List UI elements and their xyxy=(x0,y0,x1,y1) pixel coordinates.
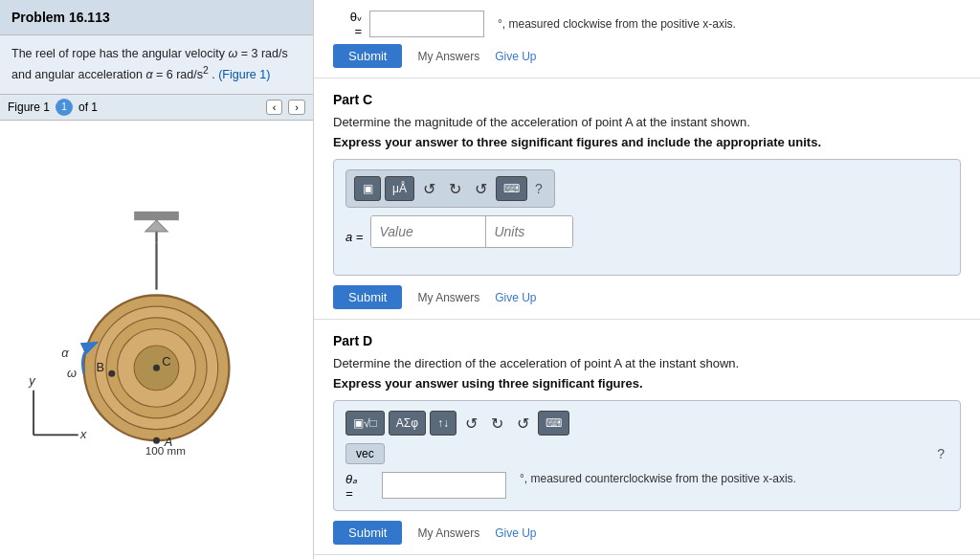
part-d-redo-btn[interactable]: ↻ xyxy=(486,413,508,435)
part-b-input[interactable] xyxy=(369,11,484,37)
part-c-description: Determine the magnitude of the accelerat… xyxy=(333,115,961,129)
part-c-instruction: Express your answer to three significant… xyxy=(333,135,961,149)
part-c-keyboard-btn[interactable]: ⌨ xyxy=(496,176,527,201)
omega-label: ω xyxy=(67,365,77,379)
part-d-toolbar-arrows-btn[interactable]: ↑↓ xyxy=(430,411,457,436)
problem-title-text: Problem 16.113 xyxy=(11,10,110,25)
part-d-instruction: Express your answer using three signific… xyxy=(333,376,961,391)
x-label: x xyxy=(79,427,87,441)
part-c-section: Part C Determine the magnitude of the ac… xyxy=(314,78,980,320)
figure-of-text: of 1 xyxy=(78,101,98,114)
alpha-label: α xyxy=(61,345,69,359)
part-c-var-label: a = xyxy=(345,230,363,244)
figure-canvas: C B α ω A 100 mm xyxy=(0,121,313,559)
figure-link[interactable]: (Figure 1) xyxy=(218,68,270,81)
part-d-reset-btn[interactable]: ↺ xyxy=(512,413,534,435)
figure-counter-badge: 1 xyxy=(56,99,73,116)
part-c-toolbar: ▣ μÅ ↺ ↻ ↺ ⌨ ? xyxy=(345,169,555,208)
dimension-label: 100 mm xyxy=(145,444,186,457)
part-d-submit-button[interactable]: Submit xyxy=(333,521,402,545)
part-c-reset-btn[interactable]: ↺ xyxy=(470,178,492,200)
pulley-triangle xyxy=(145,220,167,232)
part-c-submit-button[interactable]: Submit xyxy=(333,285,402,309)
problem-title: Problem 16.113 xyxy=(0,0,313,35)
part-d-toolbar-sqrt-btn[interactable]: ▣√□ xyxy=(345,411,385,436)
ceiling-rect xyxy=(134,212,179,220)
part-d-vec-row: vec ? xyxy=(345,443,948,464)
part-d-toolbar-sigma-btn[interactable]: ΑΣφ xyxy=(389,411,426,436)
part-c-value-units-container xyxy=(370,215,573,248)
problem-description: The reel of rope has the angular velocit… xyxy=(0,35,313,94)
part-c-value-input[interactable] xyxy=(371,216,486,247)
part-c-toolbar-mu-btn[interactable]: μÅ xyxy=(385,176,414,201)
part-d-title: Part D xyxy=(333,333,961,348)
part-d-my-answers: My Answers xyxy=(417,526,479,540)
figure-svg: C B α ω A 100 mm xyxy=(0,121,313,559)
part-d-keyboard-btn[interactable]: ⌨ xyxy=(538,411,569,436)
part-b-submit-button[interactable]: Submit xyxy=(333,44,402,68)
part-c-submit-row: Submit My Answers Give Up xyxy=(333,285,961,309)
part-d-toolbar: ▣√□ ΑΣφ ↑↓ ↺ ↻ ↺ ⌨ xyxy=(345,411,948,436)
part-c-units-input[interactable] xyxy=(486,216,572,247)
part-d-input[interactable] xyxy=(382,472,506,499)
footer: Provide Feedback Continue xyxy=(314,555,980,559)
part-d-undo-btn[interactable]: ↺ xyxy=(460,413,482,435)
part-b-my-answers: My Answers xyxy=(417,50,479,63)
part-d-input-area: ▣√□ ΑΣφ ↑↓ ↺ ↻ ↺ ⌨ vec ? θₐ= °, measured… xyxy=(333,400,961,511)
part-c-input-area: ▣ μÅ ↺ ↻ ↺ ⌨ ? a = xyxy=(333,159,961,276)
part-d-var-label: θₐ= xyxy=(345,472,374,501)
part-c-my-answers: My Answers xyxy=(417,291,479,304)
part-c-undo-btn[interactable]: ↺ xyxy=(418,178,440,200)
part-b-give-up-link[interactable]: Give Up xyxy=(495,50,536,63)
y-label: y xyxy=(28,373,36,388)
point-b-label: B xyxy=(96,360,104,374)
description-line1: The reel of rope has the angular velocit… xyxy=(11,47,288,60)
part-d-give-up-link[interactable]: Give Up xyxy=(495,526,536,540)
center-label: C xyxy=(162,354,170,369)
part-d-vec-button[interactable]: vec xyxy=(345,443,385,464)
part-c-give-up-link[interactable]: Give Up xyxy=(495,291,536,304)
part-b-submit-row: Submit My Answers Give Up xyxy=(333,44,961,68)
center-dot xyxy=(153,365,160,371)
part-c-toolbar-grid-btn[interactable]: ▣ xyxy=(354,176,381,201)
figure-next-button[interactable]: › xyxy=(288,100,305,115)
figure-label: Figure 1 xyxy=(8,101,50,114)
part-b-answer-row: θᵥ= °, measured clockwise from the posit… xyxy=(333,10,961,38)
description-line2: and angular acceleration α = 6 rad/s2 . … xyxy=(11,68,270,81)
right-panel: θᵥ= °, measured clockwise from the posit… xyxy=(314,0,980,559)
part-d-description: Determine the direction of the accelerat… xyxy=(333,356,961,370)
part-d-submit-row: Submit My Answers Give Up xyxy=(333,521,961,545)
part-d-suffix: °, measured counterclockwise from the po… xyxy=(520,472,796,485)
figure-header: Figure 1 1 of 1 ‹ › xyxy=(0,95,313,121)
point-a-dot xyxy=(153,436,160,443)
part-c-redo-btn[interactable]: ↻ xyxy=(444,178,466,200)
part-d-answer-row: θₐ= °, measured counterclockwise from th… xyxy=(345,472,948,501)
part-c-help-btn[interactable]: ? xyxy=(531,179,546,198)
part-b-var-label: θᵥ= xyxy=(333,10,362,38)
left-panel: Problem 16.113 The reel of rope has the … xyxy=(0,0,314,559)
point-b-dot xyxy=(108,369,115,376)
part-b-suffix: °, measured clockwise from the positive … xyxy=(498,17,736,31)
figure-prev-button[interactable]: ‹ xyxy=(266,100,283,115)
part-c-value-row: a = xyxy=(345,215,948,257)
figure-container: Figure 1 1 of 1 ‹ › xyxy=(0,94,313,559)
part-d-help-btn[interactable]: ? xyxy=(933,444,948,463)
part-c-title: Part C xyxy=(333,92,961,107)
part-b-answer-section: θᵥ= °, measured clockwise from the posit… xyxy=(314,0,980,78)
part-d-section: Part D Determine the direction of the ac… xyxy=(314,320,980,555)
